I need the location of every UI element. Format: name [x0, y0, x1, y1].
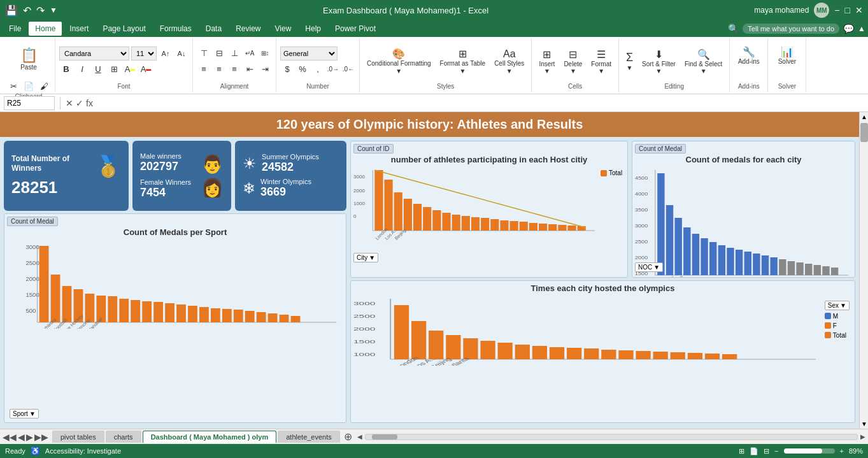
tab-power-pivot[interactable]: Power Pivot [329, 22, 382, 36]
svg-rect-17 [153, 302, 163, 322]
minimize-btn[interactable]: − [834, 5, 839, 15]
city-filter-btn[interactable]: City ▼ [353, 253, 378, 262]
conditional-formatting-btn[interactable]: 🎨 Conditional Formatting ▼ [364, 45, 434, 77]
autosum-btn[interactable]: Σ ▼ [623, 45, 636, 77]
decrease-font-btn[interactable]: A↓ [174, 47, 189, 61]
sex-filter-btn[interactable]: Sex ▼ [825, 301, 850, 310]
fill-btn[interactable]: ⬇ Sort & Filter ▼ [639, 45, 679, 77]
sport-filter-btn[interactable]: Sport ▼ [10, 409, 39, 419]
border-btn[interactable]: ⊞ [107, 62, 121, 76]
cell-styles-btn[interactable]: Aa Cell Styles ▼ [491, 45, 527, 77]
fill-color-btn[interactable]: A▬ [123, 62, 137, 76]
horizontal-scrollbar[interactable] [365, 434, 858, 440]
align-right-btn[interactable]: ≡ [227, 62, 241, 76]
tab-review[interactable]: Review [229, 22, 267, 36]
maximize-btn[interactable]: □ [845, 5, 850, 15]
align-middle-btn[interactable]: ⊟ [212, 47, 226, 61]
increase-indent-btn[interactable]: ⇥ [258, 62, 272, 76]
cell-reference-box[interactable] [4, 96, 55, 110]
copy-button[interactable]: 📄 [22, 79, 36, 93]
format-as-table-btn[interactable]: ⊞ Format as Table ▼ [437, 45, 489, 77]
redo-icon[interactable]: ↷ [36, 4, 45, 17]
zoom-in-btn[interactable]: + [840, 447, 844, 455]
percent-btn[interactable]: % [295, 62, 309, 76]
svg-rect-27 [268, 313, 278, 322]
decrease-decimal-btn[interactable]: .0← [341, 62, 355, 76]
normal-view-btn[interactable]: ⊞ [739, 447, 744, 455]
font-size-select[interactable]: 11 [131, 47, 157, 61]
h-scroll-thumb[interactable] [372, 434, 397, 440]
close-btn[interactable]: ✕ [855, 5, 863, 15]
vertical-scrollbar[interactable]: ▲ ▼ [859, 112, 868, 429]
collapse-ribbon-btn[interactable]: ▲ [858, 24, 865, 33]
accessibility-icon[interactable]: ♿ [31, 447, 40, 455]
zoom-slider[interactable] [784, 448, 835, 454]
confirm-formula-icon[interactable]: ✓ [76, 98, 83, 108]
align-top-btn[interactable]: ⊤ [197, 47, 211, 61]
save-icon[interactable]: 💾 [5, 4, 18, 17]
tell-me-box[interactable]: Tell me what you want to do [743, 24, 839, 34]
sheet-tab-pivot-tables[interactable]: pivot tables [52, 431, 104, 443]
sheet-last-btn[interactable]: ▶▶ [34, 432, 48, 442]
scroll-left-btn[interactable]: ◀ [357, 433, 362, 440]
insert-cells-btn[interactable]: ⊞ Insert ▼ [536, 45, 558, 77]
paste-button[interactable]: 📋 Paste [17, 39, 41, 78]
tab-page-layout[interactable]: Page Layout [96, 22, 152, 36]
tab-help[interactable]: Help [299, 22, 327, 36]
customize-icon[interactable]: ▼ [50, 6, 57, 15]
align-center-btn[interactable]: ≡ [212, 62, 226, 76]
sheet-tab-athlete-events[interactable]: athlete_events [278, 431, 340, 443]
solver-btn[interactable]: 📊 Solver [775, 39, 799, 71]
tab-data[interactable]: Data [199, 22, 228, 36]
cancel-formula-icon[interactable]: ✕ [66, 98, 73, 108]
align-left-btn[interactable]: ≡ [197, 62, 211, 76]
accessibility-status[interactable]: Accessibility: Investigate [45, 447, 121, 455]
merge-btn[interactable]: ⊞↕ [258, 47, 272, 61]
increase-font-btn[interactable]: A↑ [159, 47, 173, 61]
sheet-next-btn[interactable]: ▶ [26, 432, 33, 442]
scroll-right-btn[interactable]: ▶ [860, 433, 865, 440]
sheet-tab-charts[interactable]: charts [106, 431, 141, 443]
sheet-prev-btn[interactable]: ◀ [18, 432, 25, 442]
bold-btn[interactable]: B [59, 62, 73, 76]
decrease-indent-btn[interactable]: ⇤ [243, 62, 257, 76]
user-avatar[interactable]: MM [814, 3, 829, 18]
share-icon[interactable]: 💬 [843, 24, 854, 34]
find-select-btn[interactable]: 🔍 Find & Select ▼ [681, 45, 725, 77]
sheet-tab-dashboard[interactable]: Dashboard ( Maya Mohamed ) olym [143, 431, 277, 443]
tab-formulas[interactable]: Formulas [153, 22, 198, 36]
page-layout-btn[interactable]: 📄 [750, 447, 758, 455]
delete-cells-btn[interactable]: ⊟ Delete ▼ [560, 45, 585, 77]
format-painter-button[interactable]: 🖌 [37, 79, 51, 93]
svg-text:USA: USA [655, 275, 667, 277]
undo-icon[interactable]: ↶ [23, 4, 31, 17]
comma-btn[interactable]: , [311, 62, 325, 76]
page-break-btn[interactable]: ⊟ [764, 447, 769, 455]
font-color-btn[interactable]: A▬ [139, 62, 153, 76]
tab-insert[interactable]: Insert [63, 22, 95, 36]
addins-btn[interactable]: 🔧 Add-ins [735, 39, 763, 71]
svg-rect-95 [822, 266, 829, 275]
underline-btn[interactable]: U [91, 62, 105, 76]
insert-function-icon[interactable]: fx [86, 98, 93, 108]
zoom-out-btn[interactable]: − [774, 447, 778, 455]
svg-rect-123 [671, 352, 685, 359]
cut-button[interactable]: ✂ [6, 79, 20, 93]
noc-filter-btn[interactable]: NOC ▼ [635, 262, 663, 272]
format-cells-btn[interactable]: ☰ Format ▼ [588, 45, 615, 77]
sheet-first-btn[interactable]: ◀◀ [3, 432, 17, 442]
add-sheet-btn[interactable]: ⊕ [344, 431, 352, 443]
tab-view[interactable]: View [269, 22, 298, 36]
number-format-select[interactable]: General [280, 47, 338, 61]
tab-home[interactable]: Home [29, 22, 62, 36]
formula-input[interactable] [96, 96, 864, 110]
wrap-text-btn[interactable]: ↵A [243, 47, 257, 61]
scrollbar-thumb[interactable] [860, 123, 868, 142]
align-bottom-btn[interactable]: ⊥ [227, 47, 241, 61]
tab-file[interactable]: File [3, 22, 27, 36]
currency-btn[interactable]: $ [280, 62, 294, 76]
font-family-select[interactable]: Candara [59, 47, 129, 61]
medals-city-title: Count of medals for each city [635, 155, 852, 164]
increase-decimal-btn[interactable]: .0→ [326, 62, 340, 76]
italic-btn[interactable]: I [75, 62, 89, 76]
